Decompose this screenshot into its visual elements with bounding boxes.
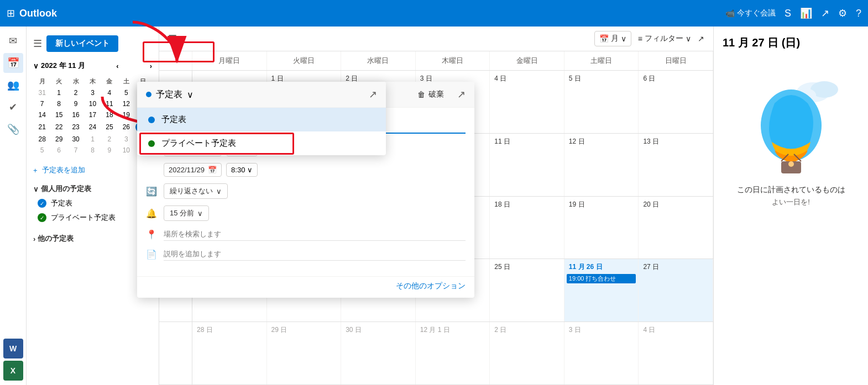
month-view-button[interactable]: 📅 月 ∨ <box>594 31 631 46</box>
cal-day-cell[interactable]: 4 日 <box>639 322 713 384</box>
location-input[interactable] <box>164 228 466 241</box>
list-item[interactable]: 4 <box>102 88 117 98</box>
cal-day-cell[interactable]: 5 日 <box>564 71 639 133</box>
list-item[interactable]: 12 <box>118 99 134 109</box>
list-item[interactable]: 23 <box>68 121 83 133</box>
settings-icon[interactable]: ⚙ <box>838 7 847 19</box>
cal-day-cell[interactable]: 19 日 <box>564 197 639 259</box>
cal-day-cell[interactable]: 6 日 <box>639 71 713 133</box>
list-item[interactable]: 29 <box>51 134 66 144</box>
list-item[interactable]: 18 <box>102 110 117 120</box>
list-item[interactable]: 7 <box>34 99 50 109</box>
list-item[interactable]: 5 <box>118 88 134 98</box>
cal-day-cell-today[interactable]: 11 月 26 日 19:00 打ち合わせ <box>564 259 639 321</box>
cal-day-cell[interactable]: 11 日 <box>490 134 564 196</box>
cal-day-cell[interactable]: 28 日 <box>192 322 267 384</box>
end-date-row: 2022/11/29 📅 8:30 ∨ <box>146 163 466 177</box>
cal-day-cell[interactable]: 12 月 1 日 <box>416 322 490 384</box>
share-button[interactable]: ↗ <box>698 34 704 43</box>
cal-dropdown-item-main[interactable]: 予定表 <box>137 108 386 131</box>
list-item[interactable]: 2 <box>102 134 117 144</box>
calendar-icon[interactable]: 📅 <box>3 53 23 73</box>
reminder-button[interactable]: 15 分前 ∨ <box>164 205 209 221</box>
meet-now-button[interactable]: 📹 今すぐ会議 <box>725 8 776 18</box>
more-options-button[interactable]: その他のオプション <box>396 281 466 291</box>
cal-day-cell[interactable]: 13 日 <box>639 134 713 196</box>
list-item[interactable]: 9 <box>68 99 83 109</box>
list-item[interactable]: 19 <box>118 110 134 120</box>
cal-day-cell[interactable]: 12 日 <box>564 134 639 196</box>
list-item[interactable]: 9 <box>102 145 117 155</box>
calendar-event[interactable]: 19:00 打ち合わせ <box>567 274 636 283</box>
list-item[interactable]: 17 <box>85 110 100 120</box>
list-item[interactable]: 8 <box>85 145 100 155</box>
list-item[interactable]: 30 <box>68 134 83 144</box>
mini-cal-chevron[interactable]: ∨ <box>33 62 39 70</box>
personal-calendars-header[interactable]: ∨ 個人用の予定表 <box>33 184 152 194</box>
cal-dropdown-item-private[interactable]: プライベート予定表 <box>137 131 386 155</box>
cal-dropdown-title-button[interactable]: 予定表 ∨ <box>146 89 369 101</box>
other-calendars-header[interactable]: › 他の予定表 <box>33 234 152 244</box>
excel-icon[interactable]: X <box>3 361 23 381</box>
list-item[interactable]: 15 <box>51 110 66 120</box>
notes-icon[interactable]: 📎 <box>3 119 23 139</box>
list-item[interactable]: 31 <box>34 88 50 98</box>
word-icon[interactable]: W <box>3 339 23 358</box>
skype-icon[interactable]: S <box>785 8 791 19</box>
list-item[interactable]: 5 <box>34 145 50 155</box>
mini-cal-prev[interactable]: ‹ <box>116 62 118 70</box>
cal-day-cell[interactable]: 30 日 <box>341 322 416 384</box>
list-item[interactable]: 14 <box>34 110 50 120</box>
discard-button[interactable]: 🗑 破棄 <box>417 89 444 99</box>
filter-button[interactable]: ≡ フィルター ∨ <box>638 34 691 44</box>
list-item[interactable]: 10 <box>85 99 100 109</box>
list-item[interactable]: 8 <box>51 99 66 109</box>
list-item[interactable]: 7 <box>68 145 83 155</box>
mini-cal-header: ∨ 2022 年 11 月 ‹ › <box>33 61 152 71</box>
list-item[interactable]: 21 <box>34 121 50 133</box>
expand-button[interactable]: ↗ <box>457 88 466 101</box>
repeat-button[interactable]: 繰り返さない ∨ <box>164 183 228 199</box>
description-input[interactable] <box>164 247 466 261</box>
grid-icon[interactable]: ⊞ <box>7 7 15 19</box>
list-item[interactable]: 6 <box>51 145 66 155</box>
mini-cal-next[interactable]: › <box>150 62 152 70</box>
cal-day-cell[interactable]: 3 日 <box>564 322 639 384</box>
list-item[interactable]: 28 <box>34 134 50 144</box>
list-item[interactable]: 10 <box>118 145 134 155</box>
cal-day-cell-27[interactable]: 27 日 <box>639 259 713 321</box>
end-time-picker[interactable]: 8:30 ∨ <box>226 163 258 177</box>
list-item[interactable]: 3 <box>118 134 134 144</box>
mail-icon[interactable]: ✉ <box>3 31 23 51</box>
help-icon[interactable]: ? <box>856 8 861 19</box>
list-item[interactable]: 11 <box>102 99 117 109</box>
office-icon[interactable]: 📊 <box>800 7 812 19</box>
end-date-picker[interactable]: 2022/11/29 📅 <box>164 163 222 177</box>
list-item[interactable]: 25 <box>102 121 117 133</box>
cal-day-cell[interactable]: 18 日 <box>490 197 564 259</box>
hamburger-icon[interactable]: ☰ <box>33 38 42 50</box>
cal-day-cell[interactable]: 29 日 <box>267 322 342 384</box>
toolbar-hamburger-icon[interactable]: ☰ <box>168 33 177 45</box>
new-event-button[interactable]: 新しいイベント <box>46 35 118 52</box>
trash-icon: 🗑 <box>417 90 425 99</box>
contacts-icon[interactable]: 👥 <box>3 75 23 95</box>
list-item[interactable]: 1 <box>51 88 66 98</box>
calendar-item-main[interactable]: ✓ 予定表 <box>33 196 152 210</box>
calendar-item-private[interactable]: ✓ プライベート予定表 <box>33 210 152 225</box>
expand-icon[interactable]: ↗ <box>369 88 377 101</box>
cal-day-cell[interactable]: 2 日 <box>490 322 564 384</box>
list-item[interactable]: 22 <box>51 121 66 133</box>
cal-day-cell[interactable]: 25 日 <box>490 259 564 321</box>
list-item[interactable]: 2 <box>68 88 83 98</box>
end-date-group: 2022/11/29 📅 8:30 ∨ <box>164 163 466 177</box>
list-item[interactable]: 24 <box>85 121 100 133</box>
tasks-icon[interactable]: ✔ <box>3 97 23 117</box>
list-item[interactable]: 26 <box>118 121 134 133</box>
cal-day-cell[interactable]: 4 日 <box>490 71 564 133</box>
share-icon[interactable]: ↗ <box>821 7 829 19</box>
list-item[interactable]: 16 <box>68 110 83 120</box>
list-item[interactable]: 1 <box>85 134 100 144</box>
list-item[interactable]: 3 <box>85 88 100 98</box>
cal-day-cell[interactable]: 20 日 <box>639 197 713 259</box>
